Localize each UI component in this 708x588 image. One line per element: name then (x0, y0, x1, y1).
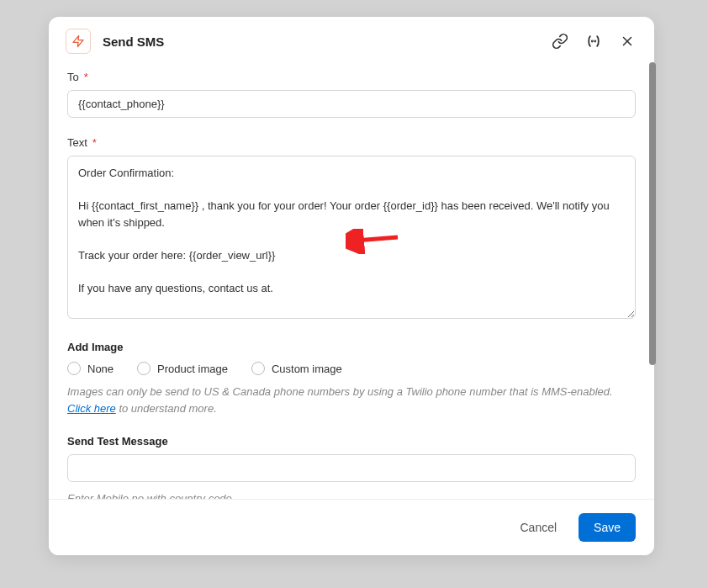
text-label: Text * (67, 136, 636, 149)
add-image-helper: Images can only be send to US & Canada p… (67, 384, 636, 416)
svg-point-1 (592, 41, 593, 42)
radio-none-label: None (87, 363, 114, 375)
text-label-text: Text (67, 136, 87, 149)
radio-custom-label: Custom image (272, 363, 342, 375)
to-label-text: To (67, 71, 79, 83)
radio-circle-icon (137, 362, 151, 375)
send-test-input[interactable] (67, 454, 636, 482)
send-test-hint: Enter Mobile no with country code (67, 490, 636, 499)
click-here-link[interactable]: Click here (67, 402, 116, 415)
radio-custom-image[interactable]: Custom image (251, 362, 342, 375)
send-test-label: Send Test Message (67, 435, 636, 448)
modal-footer: Cancel Save (49, 499, 654, 555)
send-sms-modal: Send SMS To * Text * Add Image (49, 17, 654, 555)
text-textarea[interactable] (67, 156, 636, 319)
required-marker: * (84, 71, 88, 83)
save-button[interactable]: Save (579, 513, 636, 542)
helper-suffix: to understand more. (116, 402, 217, 415)
to-input[interactable] (67, 90, 636, 118)
modal-title: Send SMS (103, 34, 550, 49)
cancel-button[interactable]: Cancel (511, 514, 565, 541)
lightning-icon (66, 29, 91, 54)
svg-marker-0 (73, 35, 83, 46)
link-icon[interactable] (550, 31, 570, 51)
scrollbar-thumb[interactable] (649, 62, 656, 365)
radio-circle-icon (67, 362, 81, 375)
variables-icon[interactable] (584, 31, 604, 51)
svg-point-2 (594, 41, 595, 42)
required-marker: * (92, 136, 97, 149)
radio-circle-icon (251, 362, 265, 375)
helper-prefix: Images can only be send to US & Canada p… (67, 385, 613, 398)
radio-product-label: Product image (157, 363, 228, 375)
modal-body: To * Text * Add Image None Product image… (49, 66, 654, 499)
modal-header: Send SMS (49, 17, 654, 66)
close-icon[interactable] (617, 31, 637, 51)
add-image-radio-group: None Product image Custom image (67, 362, 636, 375)
to-label: To * (67, 71, 636, 83)
radio-product-image[interactable]: Product image (137, 362, 228, 375)
radio-none[interactable]: None (67, 362, 114, 375)
header-actions (550, 31, 637, 51)
add-image-label: Add Image (67, 341, 636, 353)
